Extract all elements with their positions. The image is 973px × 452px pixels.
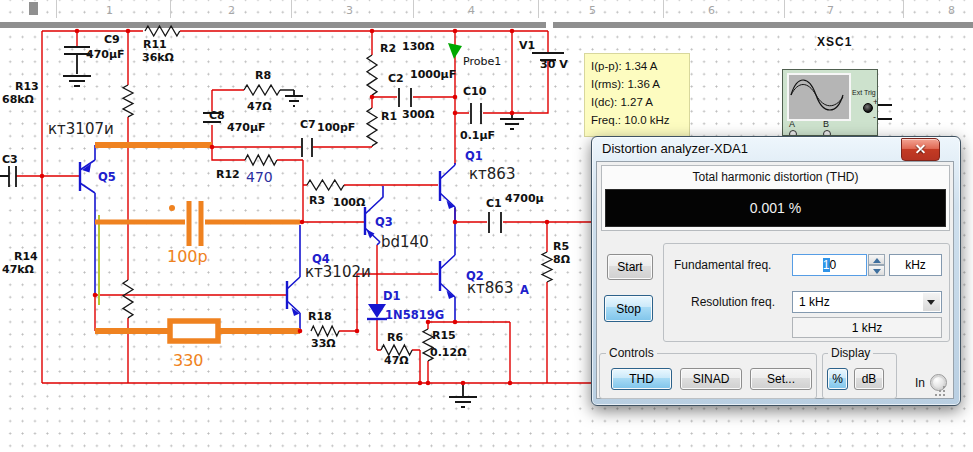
- dialog-client-area: Total harmonic distortion (THD) 0.001 % …: [596, 161, 954, 399]
- label-7[interactable]: 7: [827, 4, 834, 17]
- stop-button[interactable]: Stop: [604, 295, 653, 322]
- scope-lead-plus: [878, 104, 892, 106]
- label-47Ω[interactable]: 47Ω: [247, 100, 272, 113]
- label-R1[interactable]: R1: [381, 110, 397, 123]
- label-33Ω[interactable]: 33Ω: [311, 337, 336, 350]
- probe-line-irms: I(rms): 1.36 A: [591, 75, 683, 93]
- label-D1[interactable]: D1: [383, 289, 401, 303]
- label-C2[interactable]: C2: [388, 72, 404, 85]
- start-button[interactable]: Start: [607, 254, 653, 280]
- label-R5[interactable]: R5: [553, 240, 569, 253]
- label-4[interactable]: 4: [468, 4, 475, 17]
- label-R11[interactable]: R11: [143, 38, 167, 51]
- label-A[interactable]: A: [520, 283, 529, 297]
- thd-panel: Total harmonic distortion (THD) 0.001 %: [601, 165, 950, 231]
- fundamental-freq-input[interactable]: 10: [792, 254, 867, 276]
- label-470µF[interactable]: 470µF: [86, 48, 125, 61]
- label-100Ω[interactable]: 100Ω: [333, 196, 366, 209]
- probe-readout: I(p-p): 1.34 A I(rms): 1.36 A I(dc): 1.2…: [584, 53, 690, 137]
- thd-caption: Total harmonic distortion (THD): [602, 166, 949, 184]
- combobox-dropdown-button[interactable]: [923, 293, 940, 311]
- label-470[interactable]: 470: [246, 169, 273, 185]
- label-1N5819G[interactable]: 1N5819G: [385, 308, 444, 322]
- combobox-value: 1 kHz: [799, 295, 830, 309]
- label-3[interactable]: 3: [346, 4, 353, 17]
- label-R6[interactable]: R6: [387, 331, 403, 344]
- label-1[interactable]: 1: [106, 4, 113, 17]
- sinad-button[interactable]: SINAD: [680, 368, 742, 390]
- label-R15[interactable]: R15: [432, 329, 456, 342]
- resolution-freq-label: Resolution freq.: [691, 295, 775, 309]
- fundamental-unit-field[interactable]: kHz: [889, 254, 942, 276]
- components-black[interactable]: [123, 26, 552, 361]
- oscilloscope-xsc1-icon[interactable]: Ext Trig + - A B: [782, 69, 878, 136]
- oscilloscope-refdes: XSC1: [817, 35, 852, 49]
- sine-wave-icon: [789, 75, 845, 115]
- label-8Ω[interactable]: 8Ω: [553, 253, 571, 266]
- thd-button[interactable]: THD: [611, 368, 672, 390]
- label-5[interactable]: 5: [589, 4, 596, 17]
- label-R3[interactable]: R3: [309, 194, 325, 207]
- dialog-title[interactable]: Distortion analyzer-XDA1: [602, 141, 748, 156]
- label-C10[interactable]: C10: [463, 85, 487, 98]
- label-2[interactable]: 2: [228, 4, 235, 17]
- label-30 V[interactable]: 30 V: [540, 58, 568, 71]
- label-кт863[interactable]: кт863: [469, 165, 515, 183]
- label-кт863[interactable]: кт863: [467, 279, 513, 297]
- spinner-down-button[interactable]: [868, 265, 885, 276]
- label-C7[interactable]: C7: [300, 118, 316, 131]
- label-R12[interactable]: R12: [216, 168, 240, 181]
- label-C1[interactable]: C1: [486, 197, 502, 210]
- label-C3[interactable]: C3: [2, 153, 18, 166]
- label-100pF[interactable]: 100pF: [317, 121, 355, 134]
- probe-line-freq: Freq.: 10.0 kHz: [591, 111, 683, 129]
- label-300Ω[interactable]: 300Ω: [402, 108, 435, 121]
- label-8[interactable]: 8: [948, 4, 955, 17]
- label-bd140[interactable]: bd140: [381, 233, 429, 251]
- close-button[interactable]: [901, 138, 940, 161]
- label-100p[interactable]: 100p: [167, 247, 208, 266]
- label-330[interactable]: 330: [173, 351, 204, 370]
- resize-grip[interactable]: [943, 386, 953, 396]
- label-6[interactable]: 6: [708, 4, 715, 17]
- label-R8[interactable]: R8: [255, 69, 271, 82]
- set-button[interactable]: Set...: [750, 368, 812, 390]
- label-Q1[interactable]: Q1: [465, 149, 483, 163]
- label-68kΩ[interactable]: 68kΩ: [2, 93, 35, 106]
- label-кт3102и[interactable]: кт3102и: [305, 263, 371, 281]
- rest-digits: 0: [830, 258, 837, 272]
- label-R18[interactable]: R18: [308, 310, 332, 323]
- label-4700µ[interactable]: 4700µ: [505, 192, 544, 205]
- label-R14[interactable]: R14: [14, 250, 38, 263]
- label-47kΩ[interactable]: 47kΩ: [2, 263, 35, 276]
- label-0.12Ω[interactable]: 0.12Ω: [430, 346, 467, 359]
- trig-minus-label: -: [873, 112, 876, 122]
- label-R2[interactable]: R2: [380, 42, 396, 55]
- chevron-down-icon: [873, 269, 881, 274]
- percent-button[interactable]: %: [827, 368, 848, 390]
- label-Q5[interactable]: Q5: [98, 170, 116, 184]
- label-47Ω[interactable]: 47Ω: [384, 354, 409, 367]
- label-36kΩ[interactable]: 36kΩ: [142, 51, 175, 64]
- resolution-freq-combobox[interactable]: 1 kHz: [792, 291, 942, 313]
- label-C9[interactable]: C9: [104, 33, 120, 46]
- display-legend: Display: [828, 346, 873, 360]
- label-0.1µF[interactable]: 0.1µF: [460, 129, 495, 142]
- label-470µF[interactable]: 470µF: [227, 121, 266, 134]
- label-1000µF[interactable]: 1000µF: [410, 68, 456, 81]
- label-V1[interactable]: V1: [519, 39, 535, 52]
- probe1-arrow-icon[interactable]: [448, 43, 462, 59]
- label-кт3107и[interactable]: кт3107и: [48, 120, 114, 138]
- controls-legend: Controls: [606, 346, 657, 360]
- ext-trig-port[interactable]: [863, 103, 873, 113]
- db-button[interactable]: dB: [854, 368, 884, 390]
- label-Q3[interactable]: Q3: [375, 215, 393, 229]
- label-C8[interactable]: C8: [209, 109, 225, 122]
- label-130Ω[interactable]: 130Ω: [402, 40, 435, 53]
- label-R13[interactable]: R13: [15, 80, 39, 93]
- chevron-up-icon: [873, 258, 881, 263]
- label-Probe1[interactable]: Probe1: [463, 55, 501, 68]
- fundamental-freq-spinner: [868, 254, 885, 276]
- capacitors-and-grounds[interactable]: [0, 47, 564, 407]
- spinner-up-button[interactable]: [868, 254, 885, 265]
